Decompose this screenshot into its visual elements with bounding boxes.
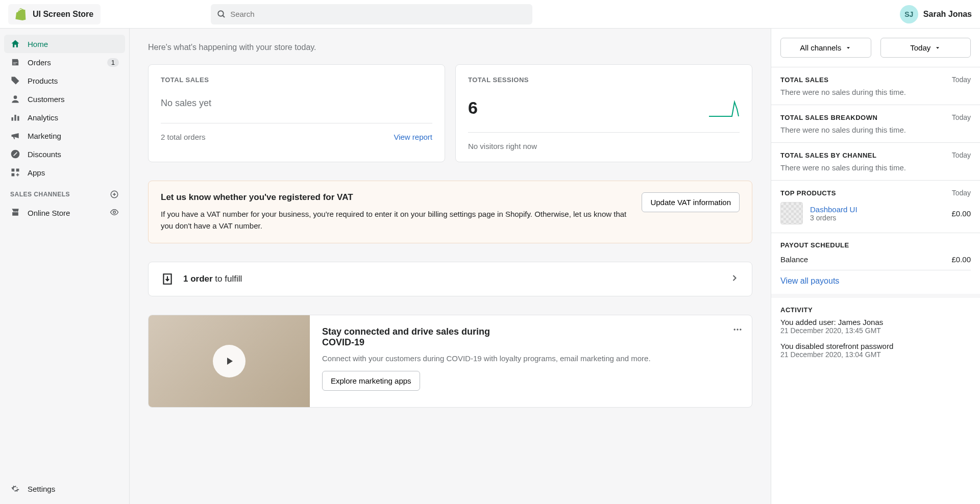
view-report-link[interactable]: View report	[394, 133, 432, 141]
avatar: SJ	[900, 5, 918, 23]
svg-rect-3	[12, 117, 13, 121]
activity-item: You disabled storefront password 21 Dece…	[780, 342, 971, 359]
svg-point-14	[740, 329, 741, 330]
fulfill-card[interactable]: 1 order to fulfill	[148, 262, 752, 296]
sidebar-item-analytics[interactable]: Analytics	[4, 108, 125, 127]
sessions-sparkline	[709, 99, 740, 117]
total-sales-value: No sales yet	[161, 98, 432, 109]
visitors-text: No visitors right now	[468, 142, 537, 150]
rp-activity: ACTIVITY You added user: James Jonas 21 …	[771, 294, 980, 374]
product-name-link[interactable]: Dashboard UI	[810, 205, 857, 214]
store-name: UI Screen Store	[33, 10, 93, 19]
nav-label: Orders	[28, 58, 51, 67]
play-icon	[213, 345, 246, 377]
nav-label: Discounts	[28, 150, 61, 159]
video-thumbnail[interactable]	[149, 315, 310, 407]
channels-dropdown[interactable]: All channels	[780, 38, 871, 58]
rp-sales-breakdown: TOTAL SALES BREAKDOWNToday There were no…	[771, 105, 980, 142]
svg-point-2	[14, 95, 17, 99]
rp-top-products: TOP PRODUCTSToday Dashboard UI 3 orders …	[771, 180, 980, 233]
add-channel-icon[interactable]	[110, 190, 119, 199]
svg-rect-9	[12, 173, 15, 177]
search-icon	[217, 10, 226, 19]
nav-label: Marketing	[28, 132, 61, 140]
rp-label: TOTAL SALES BY CHANNEL	[780, 152, 876, 159]
view-payouts-link[interactable]: View all payouts	[780, 276, 971, 286]
page-subtitle: Here's what's happening with your store …	[148, 43, 752, 52]
card-label: TOTAL SESSIONS	[468, 76, 740, 84]
rp-period: Today	[952, 113, 971, 121]
channels-heading: SALES CHANNELS	[4, 182, 125, 203]
total-sales-card: TOTAL SALES No sales yet 2 total orders …	[148, 64, 445, 162]
activity-time: 21 December 2020, 13:45 GMT	[780, 326, 971, 335]
sidebar-item-orders[interactable]: Orders 1	[4, 53, 125, 71]
svg-point-11	[113, 211, 116, 214]
store-selector[interactable]: UI Screen Store	[8, 4, 101, 24]
view-store-icon[interactable]	[110, 208, 119, 218]
sidebar-item-settings[interactable]: Settings	[4, 480, 125, 498]
total-sessions-card: TOTAL SESSIONS 6 No visitors right now	[455, 64, 752, 162]
user-menu[interactable]: SJ Sarah Jonas	[900, 5, 972, 23]
rp-label: PAYOUT SCHEDULE	[780, 241, 849, 249]
sessions-value: 6	[468, 98, 478, 118]
fulfill-icon	[161, 272, 174, 286]
discount-icon	[10, 149, 20, 159]
explore-apps-button[interactable]: Explore marketing apps	[322, 371, 420, 391]
right-panel: All channels Today TOTAL SALESToday Ther…	[771, 29, 980, 504]
store-icon	[10, 207, 20, 219]
orders-count: 2 total orders	[161, 133, 206, 141]
card-label: TOTAL SALES	[161, 76, 432, 84]
period-dropdown[interactable]: Today	[880, 38, 971, 58]
fulfill-suffix: to fulfill	[213, 274, 242, 284]
nav-label: Products	[28, 77, 58, 85]
tag-icon	[10, 75, 20, 86]
user-name: Sarah Jonas	[923, 10, 972, 19]
vat-title: Let us know whether you've registered fo…	[161, 192, 629, 203]
sidebar-item-apps[interactable]: Apps	[4, 163, 125, 182]
update-vat-button[interactable]: Update VAT information	[642, 192, 740, 212]
chevron-down-icon	[845, 45, 851, 51]
chevron-right-icon	[729, 273, 740, 285]
vat-callout: Let us know whether you've registered fo…	[148, 181, 752, 243]
chevron-down-icon	[935, 45, 941, 51]
rp-payout: PAYOUT SCHEDULE Balance £0.00 View all p…	[771, 233, 980, 294]
svg-rect-4	[14, 115, 16, 121]
product-orders: 3 orders	[810, 214, 857, 222]
chart-icon	[10, 112, 20, 122]
svg-rect-5	[17, 116, 19, 121]
period-label: Today	[910, 43, 930, 52]
apps-icon	[10, 167, 20, 178]
channel-label: Online Store	[28, 209, 70, 217]
sidebar-item-marketing[interactable]: Marketing	[4, 127, 125, 145]
svg-rect-8	[16, 169, 19, 172]
product-row[interactable]: Dashboard UI 3 orders £0.00	[780, 202, 971, 224]
orders-icon	[10, 57, 20, 67]
sidebar-item-discounts[interactable]: Discounts	[4, 145, 125, 163]
rp-period: Today	[952, 189, 971, 197]
rp-period: Today	[952, 75, 971, 84]
topbar: UI Screen Store SJ Sarah Jonas	[0, 0, 980, 29]
rp-text: There were no sales during this time.	[780, 125, 971, 134]
rp-text: There were no sales during this time.	[780, 88, 971, 96]
rp-label: TOP PRODUCTS	[780, 189, 836, 197]
shopify-icon	[15, 8, 28, 20]
svg-point-13	[737, 329, 738, 330]
search-box[interactable]	[211, 4, 532, 24]
sidebar: Home Orders 1 Products Customers Analyti…	[0, 29, 129, 504]
sidebar-item-home[interactable]: Home	[4, 35, 125, 53]
kebab-icon[interactable]	[732, 324, 743, 337]
vat-body: If you have a VAT number for your busine…	[161, 209, 629, 232]
rp-label: TOTAL SALES BREAKDOWN	[780, 114, 877, 121]
sidebar-item-customers[interactable]: Customers	[4, 90, 125, 108]
rp-total-sales: TOTAL SALESToday There were no sales dur…	[771, 67, 980, 105]
main-content: Here's what's happening with your store …	[130, 29, 771, 504]
channels-label: All channels	[800, 43, 841, 52]
search-input[interactable]	[230, 10, 526, 18]
activity-time: 21 December 2020, 13:04 GMT	[780, 350, 971, 359]
nav-label: Customers	[28, 95, 65, 104]
sidebar-item-online-store[interactable]: Online Store	[4, 203, 125, 223]
sidebar-item-products[interactable]: Products	[4, 71, 125, 90]
fulfill-text: 1 order to fulfill	[183, 274, 242, 284]
nav-label: Analytics	[28, 113, 58, 122]
rp-text: There were no sales during this time.	[780, 163, 971, 172]
